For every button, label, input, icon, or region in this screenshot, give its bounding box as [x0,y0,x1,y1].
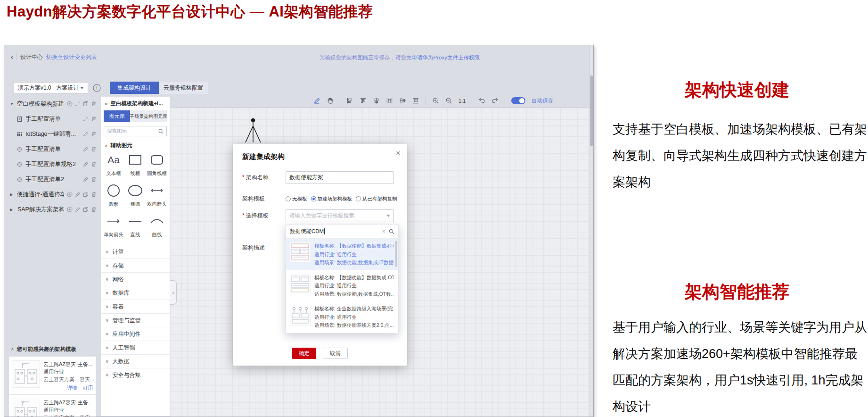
undo-icon[interactable] [478,97,485,104]
caret-right-icon[interactable]: ▶ [10,208,15,212]
edit-icon[interactable] [83,176,89,182]
window-scrollbar[interactable] [590,45,593,417]
zoom-in-icon[interactable] [432,97,439,104]
edit-icon[interactable] [83,131,89,137]
add-scheme-button[interactable] [93,84,101,92]
tree-item-manual-config-3[interactable]: 手工配置清单2 [9,172,98,187]
category-management[interactable]: ∨管理与监管 [101,313,170,327]
distribute-h-icon[interactable] [386,97,393,104]
edit-tool-icon[interactable] [313,97,320,104]
confirm-button[interactable]: 确定 [292,348,316,359]
copy-icon[interactable] [83,192,89,197]
tab-cloud-service-spec[interactable]: 云服务规格配置 [159,82,208,94]
template-option[interactable]: 模板名称: 企业数据跨级入湖场景(完整架... 适用行业: 通用行业 适用场景:… [286,301,398,333]
shape-textbox[interactable]: Aa 文本框 [103,153,124,177]
edit-icon[interactable] [83,146,89,152]
scheme-select[interactable]: 演示方案v1.0 - 方案设计 [14,82,88,94]
scrollbar-thumb[interactable] [590,75,593,146]
tab-integration-architecture[interactable]: 集成架构设计 [110,82,159,94]
switch-change-list-link[interactable]: 切换至设计变更列表 [46,53,97,61]
shape-ellipse[interactable]: 椭圆 [124,183,146,208]
template-card[interactable]: 云上跨AZ容灾-主备... 通用行业 云上容灾方案，容灾... 详情 引用 [9,357,96,395]
clear-icon[interactable]: × [382,228,385,234]
shape-rect[interactable]: 线框 [124,153,146,177]
detail-link[interactable]: 详情 [67,385,77,391]
tab-element-library[interactable]: 图元库 [104,110,130,122]
aux-elements-header[interactable]: ∧ 辅助图元 [105,142,166,149]
category-bigdata[interactable]: ∨大数据 [101,354,170,368]
add-icon[interactable] [67,207,73,212]
radio-accelerator-template[interactable]: 加速场架构模板 [311,196,352,202]
distribute-v-icon[interactable] [412,97,419,104]
canvas-shape-tripod[interactable] [242,117,264,145]
category-middleware[interactable]: ∨应用中间件 [101,327,170,341]
edit-icon[interactable] [75,207,81,212]
template-card[interactable]: 云上跨AZ容灾-主备... 通用行业 云上容灾方案，容灾... 详情 引用 [9,395,96,417]
template-search-input[interactable]: 数据使能CDM × [286,225,398,239]
cancel-button[interactable]: 取消 [323,348,348,359]
category-network[interactable]: ∨网络 [101,272,170,286]
align-h-center-icon[interactable] [373,97,380,104]
delete-icon[interactable] [91,146,97,152]
shape-line[interactable]: 直线 [124,214,146,238]
shape-circle[interactable]: 圆形 [103,183,124,208]
add-icon[interactable] [67,101,73,107]
tree-item-manual-config-2[interactable]: 手工配置清单 [9,142,98,157]
align-left-icon[interactable] [346,97,353,104]
tree-item-blank-template[interactable]: ▼ 空白模板架构新建... [9,96,98,111]
zoom-ratio-button[interactable]: 1:1 [459,98,466,104]
pan-tool-icon[interactable] [327,97,334,104]
proxy-permission-link[interactable]: 申请华为Proxy文件上传权限 [412,55,480,60]
edit-icon[interactable] [83,116,89,122]
redo-icon[interactable] [491,97,499,104]
cite-link[interactable]: 引用 [82,385,93,391]
radio-no-template[interactable]: 无模板 [286,196,307,202]
tab-subscene-library[interactable]: 子场景架构图元库 [130,110,167,122]
palette-search-input[interactable]: 搜索图元 [104,126,167,136]
tree-item-manual-config-spec2[interactable]: 手工配置清单规格2 [9,157,98,172]
zoom-out-icon[interactable] [445,97,452,104]
radio-copy-existing[interactable]: 从已有架构复制 [356,196,397,202]
template-option[interactable]: 模板名称: 【数据使能】数据集成-OT数据... 适用行业: 通用行业 适用场景… [286,270,398,302]
template-option[interactable]: 模板名称: 【数据使能】数据集成-IT数据... 适用行业: 通用行业 适用场景… [286,239,398,270]
dropdown-scrollbar[interactable] [395,241,397,267]
edit-icon[interactable] [75,192,81,197]
delete-icon[interactable] [91,207,97,212]
delete-icon[interactable] [91,161,97,167]
collapse-panel-icon[interactable]: « [105,100,108,107]
close-icon[interactable]: × [396,149,401,158]
category-security[interactable]: ∨安全与合规 [101,368,170,382]
architecture-name-input[interactable] [286,171,394,184]
delete-icon[interactable] [91,131,97,137]
template-select[interactable]: 请输入关键字进行模板搜索 [286,209,394,222]
autosave-toggle[interactable] [511,97,525,104]
copy-icon[interactable] [83,207,89,212]
caret-down-icon[interactable]: ▼ [10,102,14,106]
copy-icon[interactable] [83,101,89,107]
back-icon[interactable]: ‹ [11,54,13,60]
category-compute[interactable]: ∨计算 [101,245,170,259]
caret-right-icon[interactable]: ▶ [10,192,14,197]
recommended-templates-header[interactable]: ∧ 您可能感兴趣的架构模板 [9,344,98,354]
delete-icon[interactable] [91,116,97,122]
category-storage[interactable]: ∨存储 [101,259,170,272]
tree-item-iotstage-deploy[interactable]: IotStage一键部署... [9,126,98,142]
delete-icon[interactable] [91,192,97,197]
shape-rounded-rect[interactable]: 圆角线框 [146,153,168,177]
add-icon[interactable] [67,192,73,197]
edit-icon[interactable] [75,101,81,107]
collapse-palette-handle[interactable]: ‹ [170,280,177,305]
delete-icon[interactable] [91,176,97,182]
category-container[interactable]: ∨容器 [101,300,170,313]
align-top-icon[interactable] [360,97,367,104]
edit-icon[interactable] [83,161,89,167]
category-ai[interactable]: ∨人工智能 [101,341,170,354]
shape-double-arrow[interactable]: 双向箭头 [146,183,168,208]
delete-icon[interactable] [91,101,97,107]
category-database[interactable]: ∨数据库 [101,286,170,300]
tree-item-sap[interactable]: ▶ SAP解决方案架构 [9,202,98,217]
tree-item-manual-config-1[interactable]: 手工配置清单 [9,111,98,126]
shape-arrow[interactable]: 单向箭头 [103,214,124,238]
align-v-center-icon[interactable] [399,97,406,104]
shape-curve[interactable]: 曲线 [146,214,168,238]
